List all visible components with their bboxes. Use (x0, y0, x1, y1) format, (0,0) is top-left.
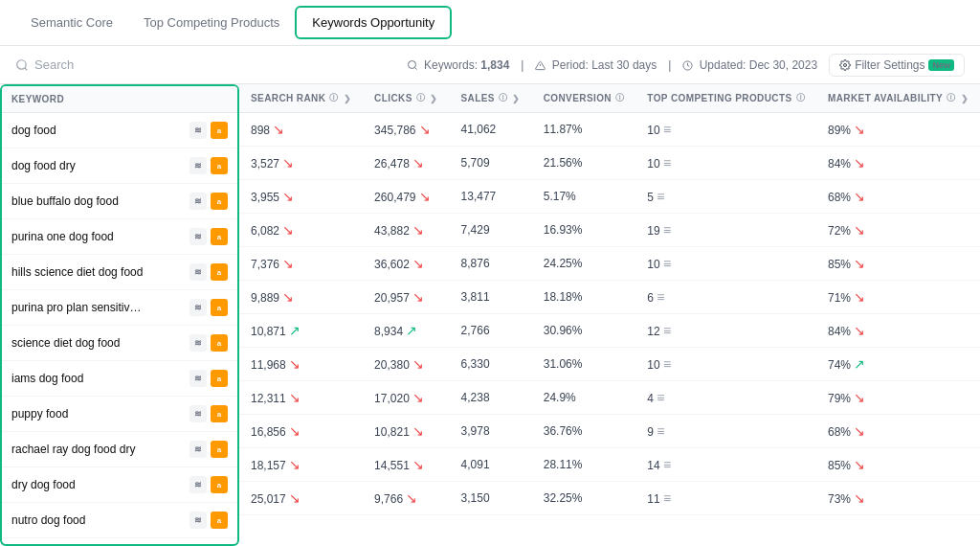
competing-menu-icon[interactable]: ≡ (663, 222, 671, 238)
tab-keywords-opportunity[interactable]: Keywords Opportunity (295, 6, 452, 39)
market-trend-down-icon: ↘ (854, 122, 865, 137)
rank-trend-down-icon: ↘ (282, 222, 294, 238)
search-rank-cell: 3,955 ↘ (239, 180, 363, 214)
amazon-icon[interactable]: a (211, 122, 228, 139)
market-info-icon[interactable]: ⓘ (947, 92, 955, 104)
top-competing-cell: 12 ≡ (635, 314, 816, 348)
top-competing-cell: 14 ≡ (635, 448, 816, 482)
search-rank-sort-icon[interactable]: ❯ (344, 94, 351, 103)
competing-menu-icon[interactable]: ≡ (657, 189, 664, 204)
conversion-cell: 16.93% (532, 214, 636, 247)
svg-line-3 (414, 68, 416, 70)
keywords-label: Keywords: (424, 58, 478, 72)
amazon-icon[interactable]: a (211, 512, 228, 529)
clicks-cell: 20,380 ↘ (363, 348, 449, 381)
serp-icon[interactable]: ≋ (189, 370, 207, 387)
serp-icon[interactable]: ≋ (189, 122, 207, 139)
keyword-text: iams dog food (11, 372, 145, 385)
competing-menu-icon[interactable]: ≡ (663, 356, 671, 372)
search-rank-cell: 25,017 ↘ (239, 482, 363, 515)
serp-icon[interactable]: ≋ (189, 299, 207, 316)
amazon-icon[interactable]: a (211, 157, 228, 174)
amazon-icon[interactable]: a (211, 370, 228, 387)
search-rank-cell: 18,157 ↘ (239, 448, 363, 482)
sales-sort-icon[interactable]: ❯ (512, 94, 520, 103)
market-availability-cell: 68% ↘ (816, 180, 980, 214)
search-rank-header[interactable]: Search Rank ⓘ ❯ (239, 84, 363, 113)
serp-icon[interactable]: ≋ (189, 228, 207, 245)
competing-menu-icon[interactable]: ≡ (663, 155, 671, 171)
search-icon (15, 58, 29, 72)
rank-trend-down-icon: ↘ (282, 256, 294, 271)
sales-info-icon[interactable]: ⓘ (499, 92, 507, 104)
competing-menu-icon[interactable]: ≡ (663, 457, 671, 472)
table-row: 7,376 ↘ 36,602 ↘ 8,876 24.25% 10 ≡ 85% ↘ (239, 247, 980, 281)
svg-point-7 (844, 63, 847, 66)
sales-header[interactable]: Sales ⓘ ❯ (450, 84, 532, 113)
filter-settings-button[interactable]: Filter Settings New (829, 54, 965, 77)
serp-icon[interactable]: ≋ (189, 441, 207, 458)
table-row: 10,871 ↗ 8,934 ↗ 2,766 30.96% 12 ≡ 84% ↘ (239, 314, 980, 348)
market-availability-cell: 71% ↘ (816, 281, 980, 314)
top-competing-header[interactable]: Top Competing Products ⓘ (635, 84, 816, 113)
sales-cell: 5,709 (450, 147, 532, 180)
keyword-row: dry dog food ≋ a (2, 467, 237, 503)
keyword-text: dry dog food (11, 478, 145, 491)
rank-trend-down-icon: ↘ (289, 356, 301, 372)
search-rank-cell: 16,856 ↘ (239, 415, 363, 448)
serp-icon[interactable]: ≋ (189, 157, 207, 174)
competing-menu-icon[interactable]: ≡ (663, 256, 671, 271)
clicks-cell: 8,934 ↗ (363, 314, 449, 348)
sales-cell: 3,150 (450, 482, 532, 515)
amazon-icon[interactable]: a (211, 193, 228, 210)
competing-menu-icon[interactable]: ≡ (657, 423, 664, 439)
competing-menu-icon[interactable]: ≡ (657, 390, 664, 405)
conversion-cell: 24.25% (532, 247, 636, 281)
amazon-icon[interactable]: a (211, 441, 228, 458)
sales-cell: 2,766 (450, 314, 532, 348)
clicks-sort-icon[interactable]: ❯ (430, 94, 437, 103)
keyword-row: blue buffalo dog food ≋ a (2, 184, 237, 219)
conversion-header[interactable]: Conversion ⓘ (532, 84, 636, 113)
serp-icon[interactable]: ≋ (189, 405, 207, 422)
rank-trend-down-icon: ↘ (273, 122, 284, 137)
amazon-icon[interactable]: a (211, 263, 228, 281)
data-columns[interactable]: Search Rank ⓘ ❯ Clicks ⓘ ❯ (239, 84, 980, 546)
clicks-trend-down-icon: ↘ (412, 222, 424, 238)
competing-menu-icon[interactable]: ≡ (657, 289, 664, 305)
serp-icon[interactable]: ≋ (189, 263, 207, 281)
competing-menu-icon[interactable]: ≡ (663, 122, 671, 137)
serp-icon[interactable]: ≋ (189, 476, 207, 493)
keywords-info: Keywords: 1,834 (407, 58, 510, 72)
competing-menu-icon[interactable]: ≡ (663, 323, 671, 338)
clicks-trend-down-icon: ↘ (412, 155, 424, 171)
market-availability-cell: 68% ↘ (816, 415, 980, 448)
market-sort-icon[interactable]: ❯ (961, 94, 969, 103)
amazon-icon[interactable]: a (211, 228, 228, 245)
keyword-icons: ≋ a (189, 512, 228, 529)
conversion-info-icon[interactable]: ⓘ (615, 92, 624, 104)
market-availability-header[interactable]: Market Availability ⓘ ❯ (816, 84, 980, 113)
serp-icon[interactable]: ≋ (189, 512, 207, 529)
market-trend-down-icon: ↘ (854, 155, 865, 171)
amazon-icon[interactable]: a (211, 476, 228, 493)
amazon-icon[interactable]: a (211, 405, 228, 422)
clicks-trend-down-icon: ↘ (412, 356, 424, 372)
competing-menu-icon[interactable]: ≡ (663, 490, 671, 506)
clicks-header[interactable]: Clicks ⓘ ❯ (363, 84, 449, 113)
clicks-info-icon[interactable]: ⓘ (416, 92, 425, 104)
keyword-text: science diet dog food (11, 336, 145, 350)
market-trend-down-icon: ↘ (854, 189, 865, 204)
tab-semantic-core[interactable]: Semantic Core (15, 2, 128, 45)
top-competing-cell: 5 ≡ (635, 180, 816, 214)
serp-icon[interactable]: ≋ (189, 193, 207, 210)
search-rank-info-icon[interactable]: ⓘ (329, 92, 338, 104)
search-box[interactable]: Search (15, 57, 74, 72)
amazon-icon[interactable]: a (211, 334, 228, 352)
top-navigation: Semantic Core Top Competing Products Key… (0, 0, 980, 46)
table-container: Keyword dog food ≋ a dog food dry ≋ a (0, 84, 980, 546)
top-competing-info-icon[interactable]: ⓘ (796, 92, 805, 104)
tab-top-competing[interactable]: Top Competing Products (128, 2, 295, 45)
amazon-icon[interactable]: a (211, 299, 228, 316)
serp-icon[interactable]: ≋ (189, 334, 207, 352)
